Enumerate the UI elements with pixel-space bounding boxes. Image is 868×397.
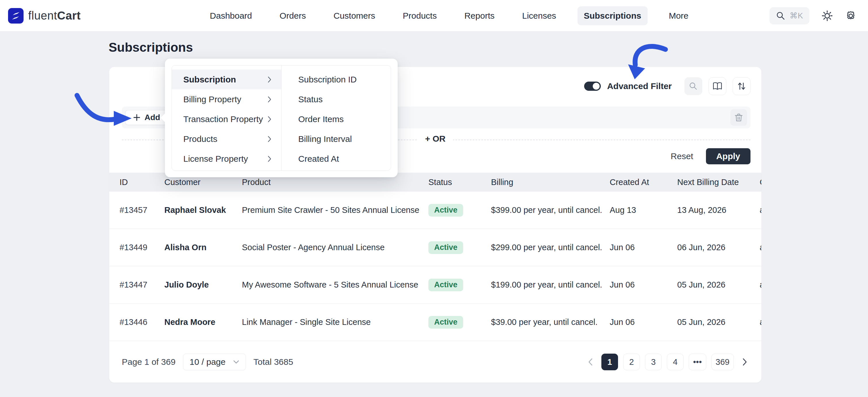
dropdown-options: Subscription ID Status Order Items Billi… [282,65,391,170]
brand-name-bold: Cart [57,9,81,22]
page-button-4[interactable]: 4 [667,354,684,370]
subscriptions-table: ID Customer Product Status Billing Creat… [109,173,762,341]
open-book-icon [713,82,722,91]
sort-arrows-icon [737,82,746,91]
cell-status: Active [428,241,491,254]
sort-button[interactable] [733,77,750,95]
table-search-button[interactable] [684,77,702,95]
col-header-clipped: C [760,178,762,187]
nav-item-dashboard[interactable]: Dashboard [204,6,258,25]
nav-item-products[interactable]: Products [397,6,443,25]
dropdown-group-label: Products [183,134,217,144]
cell-created-at: Jun 06 [610,280,677,289]
gear-icon [845,10,857,22]
page-button-2[interactable]: 2 [623,354,640,370]
page-button-369[interactable]: 369 [711,354,734,370]
global-search-button[interactable]: ⌘K [770,7,809,24]
table-row[interactable]: #13446 Nedra Moore Link Manager - Single… [109,304,762,341]
settings-button[interactable] [845,10,857,22]
reset-button[interactable]: Reset [671,151,693,161]
cell-status: Active [428,204,491,217]
page-ellipsis-button[interactable]: ••• [689,354,706,370]
trash-icon [734,113,743,122]
advanced-filter-toggle[interactable] [584,82,601,91]
dropdown-group-label: Billing Property [183,94,241,104]
cell-clipped: a [760,205,762,215]
table-row[interactable]: #13449 Alisha Orn Social Poster - Agency… [109,229,762,266]
per-page-select[interactable]: 10 / page [183,354,246,370]
delete-condition-button[interactable] [731,109,747,126]
cell-billing: $299.00 per year, until cancel. [491,243,610,252]
prev-page-button[interactable] [585,354,596,370]
col-header-customer[interactable]: Customer [164,178,242,187]
dropdown-group-transaction-property[interactable]: Transaction Property [172,109,281,129]
cell-id: #13449 [120,243,164,252]
nav-item-licenses[interactable]: Licenses [516,6,562,25]
col-header-created-at[interactable]: Created At [610,178,677,187]
dropdown-group-license-property[interactable]: License Property [172,149,281,169]
page-button-1[interactable]: 1 [601,354,618,370]
advanced-filter-label: Advanced Filter [607,81,672,91]
chevron-right-icon [268,76,272,83]
filter-toolbar: Advanced Filter [584,77,750,95]
add-or-group-button[interactable]: + OR [418,134,453,144]
dropdown-group-products[interactable]: Products [172,129,281,149]
pagination-summary-group: Page 1 of 369 10 / page Total 3685 [122,354,293,370]
dropdown-group-label: Transaction Property [183,114,263,124]
dropdown-group-billing-property[interactable]: Billing Property [172,89,281,109]
columns-view-button[interactable] [709,77,726,95]
table-row[interactable]: #13447 Julio Doyle My Awesome Software -… [109,266,762,304]
cell-billing: $399.00 per year, until cancel. [491,205,610,215]
theme-toggle-button[interactable] [822,10,833,22]
dropdown-option-subscription-id[interactable]: Subscription ID [282,69,391,89]
brand-name-light: fluent [28,9,57,22]
col-header-status[interactable]: Status [428,178,491,187]
chevron-down-icon [233,360,239,364]
cell-status: Active [428,279,491,291]
cell-customer: Nedra Moore [164,317,242,327]
cell-customer: Julio Doyle [164,280,242,289]
cell-created-at: Jun 06 [610,243,677,252]
col-header-billing[interactable]: Billing [491,178,610,187]
cell-id: #13457 [120,205,164,215]
cell-status: Active [428,316,491,329]
brand-logo[interactable]: fluentCart [8,8,129,24]
col-header-id[interactable]: ID [120,178,164,187]
col-header-product[interactable]: Product [242,178,428,187]
cell-product: My Awesome Software - 5 Sites Annual Lic… [242,280,428,289]
apply-button[interactable]: Apply [706,148,750,164]
page-button-3[interactable]: 3 [645,354,662,370]
cell-next-billing: 13 Aug, 2026 [677,205,760,215]
dropdown-option-created-at[interactable]: Created At [282,149,391,169]
table-row[interactable]: #13457 Raphael Slovak Premium Site Crawl… [109,192,762,229]
sun-icon [822,10,833,22]
plus-icon [133,114,141,121]
cell-created-at: Aug 13 [610,205,677,215]
dropdown-group-subscription[interactable]: Subscription [172,69,281,89]
next-page-button[interactable] [739,354,750,370]
dropdown-group-label: Subscription [183,75,236,85]
search-icon [689,82,698,91]
status-badge: Active [428,204,463,217]
col-header-next-billing[interactable]: Next Billing Date [677,178,760,187]
cell-created-at: Jun 06 [610,317,677,327]
dropdown-panel: Subscription Billing Property Transactio… [172,65,391,171]
status-badge: Active [428,241,463,254]
nav-item-reports[interactable]: Reports [458,6,501,25]
status-badge: Active [428,316,463,329]
dropdown-option-billing-interval[interactable]: Billing Interval [282,129,391,149]
nav-item-subscriptions[interactable]: Subscriptions [578,6,648,25]
chevron-right-icon [268,155,272,162]
nav-item-customers[interactable]: Customers [327,6,381,25]
cell-product: Link Manager - Single Site License [242,317,428,327]
dropdown-option-status[interactable]: Status [282,89,391,109]
cell-next-billing: 05 Jun, 2026 [677,317,760,327]
nav-item-more[interactable]: More [662,6,695,25]
nav-item-orders[interactable]: Orders [273,6,312,25]
brand-logo-icon [8,8,24,24]
dropdown-option-order-items[interactable]: Order Items [282,109,391,129]
toggle-knob [593,83,600,90]
dropdown-group-label: License Property [183,154,248,164]
page-title: Subscriptions [108,40,193,55]
chevron-right-icon [268,116,272,123]
